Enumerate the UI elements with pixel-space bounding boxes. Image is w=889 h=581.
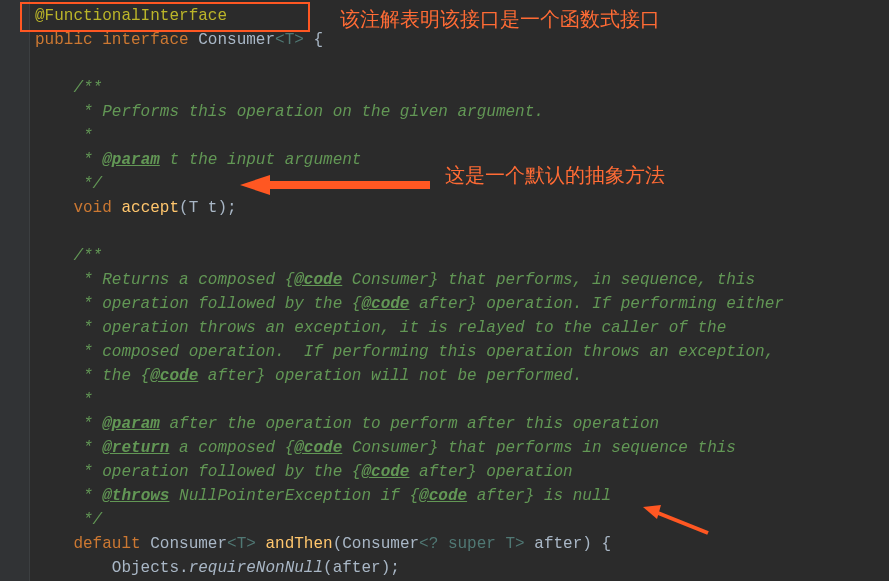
code-line: void accept(T t); bbox=[35, 196, 889, 220]
code-line: Objects.requireNonNull(after); bbox=[35, 556, 889, 580]
editor-gutter bbox=[0, 0, 30, 581]
code-line: * bbox=[35, 388, 889, 412]
code-line: * @param after the operation to perform … bbox=[35, 412, 889, 436]
code-line: /** bbox=[35, 244, 889, 268]
code-line: * @throws NullPointerException if {@code… bbox=[35, 484, 889, 508]
code-line: * operation followed by the {@code after… bbox=[35, 460, 889, 484]
code-editor[interactable]: 该注解表明该接口是一个函数式接口 这是一个默认的抽象方法 @Functional… bbox=[0, 0, 889, 581]
code-line: */ bbox=[35, 508, 889, 532]
code-line: /** bbox=[35, 76, 889, 100]
code-line: * operation throws an exception, it is r… bbox=[35, 316, 889, 340]
code-line: * Returns a composed {@code Consumer} th… bbox=[35, 268, 889, 292]
code-line bbox=[35, 220, 889, 244]
code-line: * the {@code after} operation will not b… bbox=[35, 364, 889, 388]
code-line bbox=[35, 52, 889, 76]
code-line: * operation followed by the {@code after… bbox=[35, 292, 889, 316]
code-line: @FunctionalInterface bbox=[35, 4, 889, 28]
code-line: * @param t the input argument bbox=[35, 148, 889, 172]
code-line: * @return a composed {@code Consumer} th… bbox=[35, 436, 889, 460]
code-line: public interface Consumer<T> { bbox=[35, 28, 889, 52]
code-line: default Consumer<T> andThen(Consumer<? s… bbox=[35, 532, 889, 556]
code-line: * Performs this operation on the given a… bbox=[35, 100, 889, 124]
code-line: */ bbox=[35, 172, 889, 196]
code-line: * bbox=[35, 124, 889, 148]
code-content: @FunctionalInterface public interface Co… bbox=[0, 4, 889, 581]
code-line: * composed operation. If performing this… bbox=[35, 340, 889, 364]
